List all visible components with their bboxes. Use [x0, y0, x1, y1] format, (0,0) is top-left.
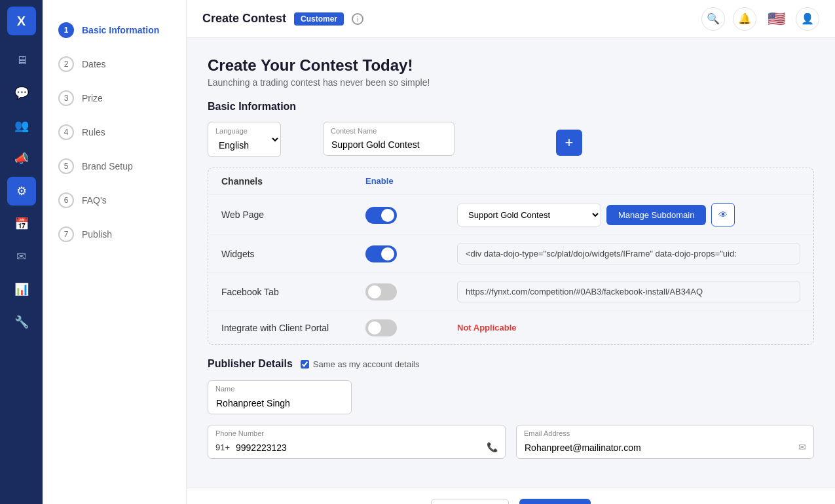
section-basic-info-title: Basic Information	[208, 101, 814, 113]
main-content: Create Contest Customer i 🔍 🔔 🇺🇸 👤 Creat…	[187, 0, 835, 504]
step-3[interactable]: 3 Prize	[43, 81, 186, 115]
page-body: Create Your Contest Today! Launching a t…	[187, 38, 835, 488]
channel-input-facebook	[457, 281, 800, 302]
icon-sidebar: X 🖥 💬 👥 📣 ⚙ 📅 ✉ 📊 🔧	[0, 0, 43, 504]
facebook-input[interactable]	[457, 281, 800, 302]
customer-badge: Customer	[294, 12, 344, 26]
name-label: Name	[215, 385, 234, 393]
step-number-3: 3	[58, 90, 74, 106]
topbar-actions: 🔍 🔔 🇺🇸 👤	[701, 7, 819, 31]
phone-icon: 📞	[487, 442, 498, 452]
phone-field: Phone Number 91+ 📞	[208, 425, 506, 459]
channel-row-widgets: Widgets	[208, 235, 813, 273]
widgets-input[interactable]	[457, 243, 800, 264]
publisher-title: Publisher Details	[208, 358, 293, 370]
user-profile-button[interactable]: 👤	[796, 7, 819, 31]
language-flag[interactable]: 🇺🇸	[764, 7, 788, 31]
language-label: Language	[215, 127, 248, 135]
channel-input-client-portal: Not Applicable	[457, 323, 800, 333]
settings-icon[interactable]: ⚙	[7, 177, 36, 206]
step-2[interactable]: 2 Dates	[43, 47, 186, 81]
chat-icon[interactable]: 💬	[7, 79, 36, 107]
same-as-account-label: Same as my account details	[313, 359, 420, 369]
eye-icon[interactable]: 👁	[711, 203, 735, 226]
step-label-1: Basic Information	[82, 25, 159, 35]
email-icon: ✉	[798, 442, 806, 452]
publisher-header: Publisher Details Same as my account det…	[208, 358, 814, 370]
step-1[interactable]: 1 Basic Information	[43, 13, 186, 47]
same-as-account-checkbox-label[interactable]: Same as my account details	[301, 359, 420, 369]
contest-name-label: Contest Name	[331, 127, 377, 135]
col-enable-label: Enable	[365, 176, 457, 187]
channel-name-facebook: Facebook Tab	[221, 287, 365, 297]
megaphone-icon[interactable]: 📣	[7, 144, 36, 173]
monitor-icon[interactable]: 🖥	[7, 46, 36, 75]
notifications-button[interactable]: 🔔	[733, 7, 756, 31]
step-number-2: 2	[58, 56, 74, 72]
contest-name-field-wrap: Contest Name	[323, 122, 546, 156]
step-5[interactable]: 5 Brand Setup	[43, 149, 186, 183]
step-number-5: 5	[58, 158, 74, 174]
channel-toggle-client-portal[interactable]	[365, 319, 457, 336]
not-applicable-label: Not Applicable	[457, 323, 517, 333]
toggle-client-portal[interactable]	[365, 319, 397, 336]
next-button[interactable]: Next	[519, 499, 591, 504]
col-channels-label: Channels	[221, 176, 365, 187]
channel-row-webpage: Web Page Support Gold Contest Manage Sub…	[208, 195, 813, 235]
page-subheading: Launching a trading contest has never be…	[208, 77, 814, 88]
step-label-2: Dates	[82, 59, 106, 69]
page-heading: Create Your Contest Today!	[208, 56, 814, 75]
step-number-7: 7	[58, 226, 74, 242]
channel-toggle-webpage[interactable]	[365, 206, 457, 224]
phone-prefix: 91+	[215, 442, 230, 452]
step-number-4: 4	[58, 124, 74, 140]
page-title: Create Contest	[202, 12, 286, 26]
mail-icon[interactable]: ✉	[7, 242, 36, 271]
email-field: Email Address ✉	[516, 425, 814, 459]
steps-sidebar: 1 Basic Information 2 Dates 3 Prize 4 Ru…	[43, 0, 187, 504]
reset-button[interactable]: Reset	[431, 499, 509, 504]
channel-row-client-portal: Integrate with Client Portal Not Applica…	[208, 311, 813, 344]
add-language-button[interactable]: +	[556, 130, 582, 156]
publisher-name-field: Name	[208, 380, 352, 414]
toggle-facebook[interactable]	[365, 283, 397, 300]
toggle-webpage[interactable]	[365, 207, 397, 224]
chart-icon[interactable]: 📊	[7, 275, 36, 304]
step-label-4: Rules	[82, 127, 105, 137]
form-language-contest-row: Language English Contest Name +	[208, 122, 814, 157]
channel-toggle-facebook[interactable]	[365, 283, 457, 300]
phone-label: Phone Number	[215, 429, 264, 437]
channel-input-webpage: Support Gold Contest Manage Subdomain 👁	[457, 203, 800, 226]
publisher-name-row: Name	[208, 380, 814, 414]
config-icon[interactable]: 🔧	[7, 308, 36, 336]
users-icon[interactable]: 👥	[7, 111, 36, 140]
manage-subdomain-button[interactable]: Manage Subdomain	[606, 205, 706, 225]
channels-box: Channels Enable Web Page Support Gold Co…	[208, 168, 814, 345]
info-icon[interactable]: i	[352, 13, 363, 25]
footer-bar: Reset Next	[187, 488, 835, 504]
toggle-widgets[interactable]	[365, 245, 397, 262]
subdomain-select[interactable]: Support Gold Contest	[457, 204, 601, 226]
topbar: Create Contest Customer i 🔍 🔔 🇺🇸 👤	[187, 0, 835, 38]
step-label-6: FAQ's	[82, 195, 107, 206]
channel-name-webpage: Web Page	[221, 209, 365, 220]
language-field-wrap: Language English	[208, 122, 312, 157]
channel-row-facebook: Facebook Tab	[208, 273, 813, 311]
app-logo: X	[7, 7, 36, 35]
calendar-icon[interactable]: 📅	[7, 209, 36, 238]
publisher-contact-row: Phone Number 91+ 📞 Email Address ✉	[208, 425, 814, 459]
channel-input-widgets	[457, 243, 800, 264]
step-label-5: Brand Setup	[82, 161, 133, 171]
same-as-account-checkbox[interactable]	[301, 360, 309, 369]
step-6[interactable]: 6 FAQ's	[43, 183, 186, 217]
step-number-1: 1	[58, 22, 74, 38]
search-button[interactable]: 🔍	[701, 7, 725, 31]
step-7[interactable]: 7 Publish	[43, 217, 186, 251]
step-number-6: 6	[58, 192, 74, 208]
step-label-3: Prize	[82, 93, 103, 103]
step-4[interactable]: 4 Rules	[43, 115, 186, 149]
channel-name-client-portal: Integrate with Client Portal	[221, 323, 365, 333]
channel-toggle-widgets[interactable]	[365, 245, 457, 262]
step-label-7: Publish	[82, 229, 112, 240]
channel-name-widgets: Widgets	[221, 249, 365, 259]
